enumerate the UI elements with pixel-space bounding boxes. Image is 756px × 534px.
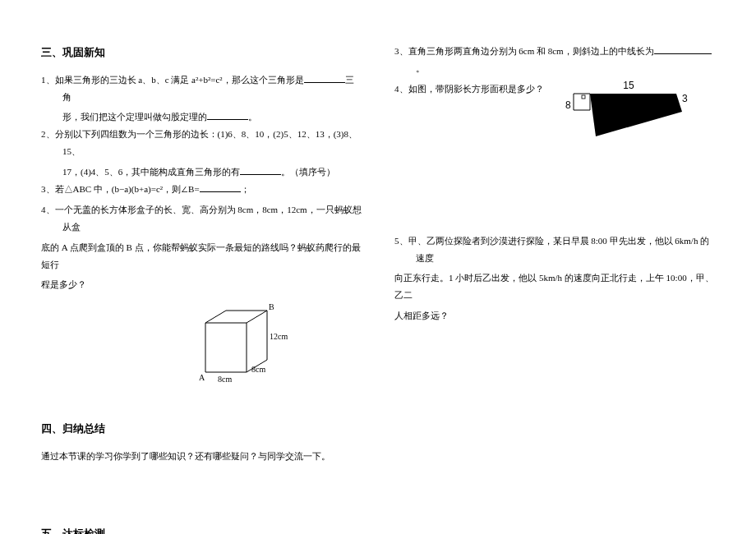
section-4-title: 四、归纳总结 [41,419,362,440]
label-8cm-s: 8cm [251,365,265,374]
label-12cm: 12cm [270,332,288,341]
cuboid-svg: A B 8cm 8cm 12cm [189,298,288,389]
section-4-text: 通过本节课的学习你学到了哪些知识？还有哪些疑问？与同学交流一下。 [41,448,362,465]
svg-rect-23 [582,95,585,99]
q2-tail: 。（填序号） [281,167,335,177]
q4-line1: 4、一个无盖的长方体形盒子的长、宽、高分别为 8cm，8cm，12cm，一只蚂蚁… [41,201,362,236]
r-q5-l1: 5、甲、乙两位探险者到沙漠进行探险，某日早晨 8:00 甲先出发，他以 6km/… [394,232,715,267]
q1-text: 1、如果三角形的三边长 a、b、c 满足 a²+b²=c²，那么这个三角形是 [41,75,304,85]
q1-blank2 [207,110,248,120]
q2-line1: 2、分别以下列四组数为一个三角形的边长：(1)6、8、10，(2)5、12、13… [41,126,362,160]
q3-tail: ； [241,184,250,194]
r-q3-wrap: 3、直角三角形两直角边分别为 6cm 和 8cm，则斜边上的中线长为。 [394,43,715,77]
right-column: 3、直角三角形两直角边分别为 6cm 和 8cm，则斜边上的中线长为。 15 8… [394,33,715,501]
q3-wrap: 3、若△ABC 中，(b−a)(b+a)=c²，则∠B=； [41,181,362,198]
q2-line2: 17，(4)4、5、6，其中能构成直角三角形的有 [62,167,240,177]
q2-blank [240,165,281,175]
box-figure: A B 8cm 8cm 12cm [189,298,362,394]
q1-line1: 1、如果三角形的三边长 a、b、c 满足 a²+b²=c²，那么这个三角形是三角 [41,71,362,106]
svg-line-4 [205,311,226,323]
shaded-svg: 15 8 3 [559,81,690,145]
q4-line2: 底的 A 点爬到盒顶的 B 点，你能帮蚂蚁实际一条最短的路线吗？蚂蚁药爬行的最短… [41,239,362,274]
label-B: B [269,302,274,311]
sh-top: 15 [623,81,634,91]
r-q3-tail: 。 [416,63,425,73]
sh-left: 8 [565,99,571,111]
q1-period: 。 [248,112,257,122]
svg-line-1 [247,311,267,323]
section-5-title: 五、达标检测 [41,524,362,534]
label-8cm-b: 8cm [218,375,232,384]
label-A: A [199,373,205,382]
q2-line2-wrap: 17，(4)4、5、6，其中能构成直角三角形的有。（填序号） [41,163,362,181]
sh-right: 3 [682,93,688,104]
q1-blank1 [304,73,345,83]
left-column: 三、巩固新知 1、如果三角形的三边长 a、b、c 满足 a²+b²=c²，那么这… [41,33,362,501]
spacer [41,465,362,514]
r-q5-l3: 人相距多远？ [394,307,715,325]
q1-line2: 形，我们把这个定理叫做勾股定理的 [62,112,207,122]
q3-blank [200,182,241,192]
r-q3-blank [654,44,712,54]
r-q4-block: 15 8 3 4、如图，带阴影长方形面积是多少？ [394,81,715,150]
r-q3: 3、直角三角形两直角边分别为 6cm 和 8cm，则斜边上的中线长为 [394,46,654,56]
shaded-figure: 15 8 3 [559,81,690,150]
section-3-title: 三、巩固新知 [41,43,362,63]
q3-text: 3、若△ABC 中，(b−a)(b+a)=c²，则∠B= [41,184,200,194]
svg-marker-0 [205,323,247,372]
spacer-r [394,150,715,232]
svg-marker-24 [590,94,682,136]
q1-line2-wrap: 形，我们把这个定理叫做勾股定理的。 [41,108,362,126]
r-q5-l2: 向正东行走。1 小时后乙出发，他以 5km/h 的速度向正北行走，上午 10:0… [394,269,715,304]
q4-line3: 程是多少？ [41,276,362,293]
